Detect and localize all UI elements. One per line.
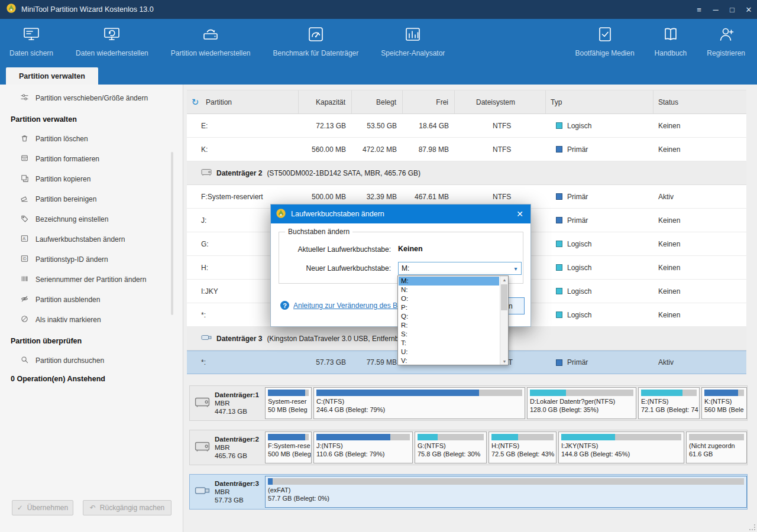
column-header-label: Partition [206,98,232,106]
table-row-1-k[interactable]: K:560.00 MB472.02 MB87.98 MBNTFSPrimärKe… [187,138,746,161]
scrollbar-thumb[interactable] [501,284,507,310]
window-menu-button[interactable]: ≡ [691,0,707,19]
dropdown-option-t[interactable]: T: [399,339,499,348]
undo-button-label: Rückgängig machen [100,504,164,512]
sidebar-item-label: Partition kopieren [35,175,90,183]
pending-operations-label: 0 Operation(en) Anstehend [0,375,183,383]
analyzer-icon [404,25,422,45]
partition-block-system-reser[interactable]: System-reser50 MB (Beleg [265,387,312,419]
toolbar-item-bootf-hige-medien[interactable]: Bootfähige Medien [570,24,640,67]
dropdown-option-q[interactable]: Q: [399,312,499,321]
toolbar-item-handbuch[interactable]: Handbuch [649,24,693,67]
column-header-label: Status [658,98,678,106]
cell-kapazitaet: 57.73 GB [299,351,352,374]
new-letter-combobox[interactable]: M: ▾ [398,262,522,275]
dropdown-option-u[interactable]: U: [399,348,499,356]
usage-bar-fill [268,390,305,396]
dropdown-scrollbar[interactable]: ▲ ▼ [500,276,508,365]
sidebar-item-partitionstyp-id-ndern[interactable]: IDPartitionstyp-ID ändern [0,249,183,270]
column-header-label: Frei [436,98,448,106]
cell-status: Keinen [654,209,746,232]
disk-map-row-1: Datenträger:1MBR447.13 GBSystem-reser50 … [189,385,748,421]
dropdown-option-p[interactable]: P: [399,303,499,312]
partition-block-exfat[interactable]: (exFAT)57.7 GB (Belegt: 0%) [265,476,747,508]
sidebar-item-partition-bereinigen[interactable]: Partition bereinigen [0,189,183,209]
partition-block-size: 61.6 GB [689,450,744,459]
undo-button[interactable]: ↶Rückgängig machen [83,500,172,515]
partition-block-h-ntfs[interactable]: H:(NTFS)72.5 GB (Belegt: 43% [489,432,557,463]
dropdown-option-r[interactable]: R: [399,321,499,330]
sidebar-scrollbar[interactable] [171,152,173,315]
dropdown-option-v[interactable]: V: [399,356,499,365]
sidebar-item-seriennummer-der-partition-ndern[interactable]: Seriennummer der Partition ändern [0,270,183,290]
partition-block-k-ntfs[interactable]: K:(NTFS)560 MB (Bele [701,387,747,419]
partition-block-g-ntfs[interactable]: G:(NTFS)75.8 GB (Belegt: 30% [415,432,487,463]
dropdown-option-n[interactable]: N: [399,286,499,294]
resize-grip[interactable] [749,524,755,530]
disk-map-name: Datenträger:1 [215,391,259,399]
manual-icon [662,25,680,45]
toolbar-item-speicher-analysator[interactable]: Speicher-Analysator [375,24,451,67]
partition-block-i-jky-ntfs[interactable]: I:JKY(NTFS)144.8 GB (Belegt: 45%) [558,432,684,463]
toolbar-item-daten-wiederherstellen[interactable]: Daten wiederherstellen [70,24,154,67]
sidebar-item-laufwerkbuchstaben-ndern[interactable]: A:Laufwerkbuchstaben ändern [0,229,183,249]
disk-map-row-2: Datenträger:2MBR465.76 GBF:System-rese50… [189,430,748,465]
dropdown-option-o[interactable]: O: [399,294,499,303]
cell-status-value: Keinen [658,216,680,225]
apply-button[interactable]: ✓Übernehmen [12,500,73,515]
sidebar-item-partition-formatieren[interactable]: Partition formatieren [0,149,183,169]
toolbar-item-label: Speicher-Analysator [381,49,445,57]
disk-map-name: Datenträger:2 [215,435,259,443]
partition-block-name: (exFAT) [268,486,744,495]
dialog-close-button[interactable]: ✕ [509,205,530,223]
tab-partition-verwalten[interactable]: Partition verwalten [6,67,98,85]
window-close-button[interactable]: ✕ [740,0,757,19]
toolbar-item-registrieren[interactable]: Registrieren [701,24,751,67]
toolbar-item-partition-wiederherstellen[interactable]: Partition wiederherstellen [165,24,257,67]
partition-block-e-ntfs[interactable]: E:(NTFS)72.1 GB (Belegt: 74 [638,387,700,419]
partition-block-f-system-rese[interactable]: F:System-rese500 MB (Beleg [265,432,312,463]
dropdown-option-m[interactable]: M: [399,277,499,286]
help-link[interactable]: Anleitung zur Veränderung des Buc [293,301,405,310]
partition-block-name: K:(NTFS) [704,398,744,406]
sidebar-item-als-inaktiv-markieren[interactable]: Als inaktiv markieren [0,310,183,330]
cell-partition: E: [187,114,299,137]
usage-bar [418,434,484,440]
disk-map-type: MBR [215,443,259,452]
cell-typ-value: Logisch [567,240,591,248]
title-bar: MiniTool Partition Wizard Kostenlos 13.0… [0,0,757,19]
scroll-up-icon[interactable]: ▲ [500,276,509,283]
scroll-down-icon[interactable]: ▼ [500,358,509,365]
svg-text:A:: A: [22,236,27,241]
table-row-0-e[interactable]: E:72.13 GB53.50 GB18.64 GBNTFSLogischKei… [187,114,746,138]
sidebar-item-partition-kopieren[interactable]: Partition kopieren [0,169,183,189]
sidebar-item-partition-l-schen[interactable]: Partition löschen [0,129,183,149]
column-header-label: Belegt [376,98,396,106]
cell-partition-value: G: [201,240,209,248]
partition-restore-icon [202,25,219,45]
cell-typ: Logisch [546,114,654,137]
partition-block-size: 57.7 GB (Belegt: 0%) [268,495,744,503]
window-maximize-button[interactable]: □ [724,0,740,19]
disk-icon [195,396,210,410]
sidebar-item-partition-ausblenden[interactable]: Partition ausblenden [0,290,183,310]
dropdown-option-s[interactable]: S: [399,330,499,339]
partition-block-c-ntfs[interactable]: C:(NTFS)246.4 GB (Belegt: 79%) [313,387,525,419]
toolbar-item-label: Partition wiederherstellen [171,49,251,57]
toolbar-item-daten-sichern[interactable]: Daten sichern [4,24,59,67]
minimize-icon: ─ [713,5,718,14]
usb-icon [195,485,210,499]
sidebar-item-bezeichnung-einstellen[interactable]: Bezeichnung einstellen [0,209,183,229]
partition-block-d-lokaler-datentr-ger-ntfs[interactable]: D:Lokaler Datentr?ger(NTFS)128.0 GB (Bel… [527,387,636,419]
partition-block-j-ntfs[interactable]: J:(NTFS)110.6 GB (Belegt: 79%) [313,432,413,463]
partition-block-nicht-zugeordn[interactable]: (Nicht zugeordn61.6 GB [686,432,747,463]
sidebar-item-partition-verschieben-gr-e-ndern[interactable]: Partition verschieben/Größe ändern [0,88,183,108]
table-header-row: ↻PartitionKapazitätBelegtFreiDateisystem… [187,90,746,114]
cell-status: Keinen [654,280,746,303]
disk-map-row-3: Datenträger:3MBR57.73 GB(exFAT)57.7 GB (… [189,474,748,510]
sidebar-item-label: Seriennummer der Partition ändern [35,275,146,284]
refresh-icon[interactable]: ↻ [189,97,201,108]
window-minimize-button[interactable]: ─ [707,0,724,19]
sidebar-item-partition-durchsuchen[interactable]: Partition durchsuchen [0,351,183,371]
toolbar-item-benchmark-f-r-datentr-ger[interactable]: Benchmark für Datenträger [267,24,365,67]
